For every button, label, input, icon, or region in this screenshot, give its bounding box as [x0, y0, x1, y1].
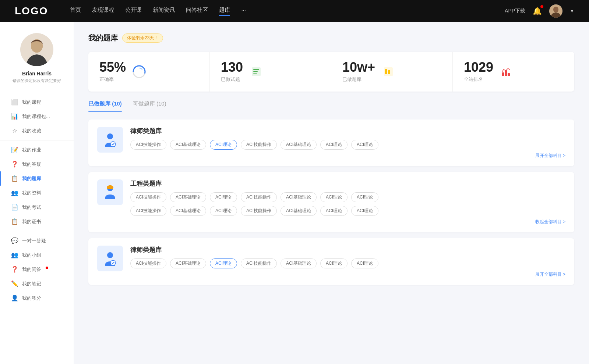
eng-tag-7[interactable]: ACI理论: [351, 192, 378, 202]
eng-tag-12[interactable]: ACI基础理论: [281, 206, 317, 216]
sidebar-item-my-qa[interactable]: ❓ 我的问答: [0, 262, 74, 276]
materials-icon: 👥: [11, 189, 18, 196]
qa-icon: ❓: [11, 161, 18, 168]
l2-tag-7[interactable]: ACI理论: [351, 258, 378, 268]
eng-tag-10[interactable]: ACI理论: [210, 206, 237, 216]
eng-tag-4[interactable]: ACI技能操作: [241, 192, 277, 202]
tab-available-banks[interactable]: 可做题库 (10): [133, 100, 166, 112]
tag-2[interactable]: ACI基础理论: [170, 140, 206, 150]
eng-tag-11[interactable]: ACI技能操作: [241, 206, 277, 216]
sidebar-item-materials-label: 我的资料: [22, 190, 41, 196]
nav-qa[interactable]: 问答社区: [186, 7, 208, 16]
sidebar-divider-2: [0, 231, 74, 231]
sidebar-item-courses-label: 我的课程: [22, 99, 41, 106]
sidebar-item-materials[interactable]: 👥 我的资料: [0, 186, 74, 200]
course-packages-icon: 📊: [11, 113, 18, 120]
svg-rect-11: [253, 71, 258, 72]
stat-banks-done: 10w+ 已做题库: [331, 52, 453, 92]
user-name: Brian Harris: [22, 71, 52, 76]
stats-row: 55% 正确率 130 已做试题: [88, 52, 574, 92]
l2-tag-4[interactable]: ACI技能操作: [241, 258, 277, 268]
sidebar-item-favorites[interactable]: ☆ 我的收藏: [0, 124, 74, 138]
user-dropdown-arrow[interactable]: ▼: [570, 8, 574, 14]
sidebar-item-points[interactable]: 👤 我的积分: [0, 291, 74, 305]
my-qa-icon: ❓: [11, 266, 18, 273]
svg-rect-17: [502, 72, 504, 76]
sidebar-item-exam[interactable]: 📄 我的考试: [0, 200, 74, 214]
page-header: 我的题库 体验剩余23天！: [88, 33, 574, 43]
exam-icon: 📄: [11, 204, 18, 211]
svg-rect-15: [388, 70, 390, 74]
app-download-button[interactable]: APP下载: [505, 8, 525, 14]
tag-1[interactable]: ACI技能操作: [130, 140, 166, 150]
sidebar-item-groups[interactable]: 👥 我的小组: [0, 248, 74, 262]
stat-correct-rate-value: 55%: [99, 61, 126, 74]
expand-link-1[interactable]: 展开全部科目 >: [130, 153, 565, 159]
sidebar-item-course-packages[interactable]: 📊 我的课程包...: [0, 109, 74, 124]
nav-news[interactable]: 新闻资讯: [153, 7, 175, 16]
eng-tag-9[interactable]: ACI基础理论: [170, 206, 206, 216]
eng-tag-8[interactable]: ACI技能操作: [130, 206, 166, 216]
tag-4[interactable]: ACI技能操作: [241, 140, 277, 150]
stat-questions-value: 130: [221, 61, 243, 74]
collapse-link-engineer[interactable]: 收起全部科目 >: [130, 219, 565, 225]
sidebar-item-groups-label: 我的小组: [22, 252, 41, 258]
nav-home[interactable]: 首页: [70, 7, 81, 16]
sidebar-item-tutoring[interactable]: 💬 一对一答疑: [0, 233, 74, 248]
tag-7[interactable]: ACI理论: [351, 140, 378, 150]
engineer-tags-row2: ACI技能操作 ACI基础理论 ACI理论 ACI技能操作 ACI基础理论 AC…: [130, 206, 565, 216]
tabs-row: 已做题库 (10) 可做题库 (10): [88, 100, 574, 112]
stat-ranking-value: 1029: [464, 61, 493, 74]
notes-icon: ✏️: [11, 280, 18, 287]
sidebar-profile: Brian Harris 错误的决定比没有决定要好: [0, 33, 74, 91]
notification-bell[interactable]: 🔔: [533, 7, 542, 15]
logo[interactable]: LOGO: [15, 5, 48, 17]
l2-tag-6[interactable]: ACI理论: [320, 258, 348, 268]
questions-icon: [249, 64, 264, 79]
stat-banks-label: 已做题库: [342, 76, 375, 83]
l2-tag-3-active[interactable]: ACI理论: [210, 258, 237, 268]
sidebar-item-notes[interactable]: ✏️ 我的笔记: [0, 276, 74, 291]
expand-link-2[interactable]: 展开全部科目 >: [130, 271, 565, 278]
stat-correct-rate-label: 正确率: [99, 76, 126, 83]
sidebar-item-courses[interactable]: ⬜ 我的课程: [0, 95, 74, 109]
sidebar: Brian Harris 错误的决定比没有决定要好 ⬜ 我的课程 📊 我的课程包…: [0, 22, 74, 364]
nav-question-bank[interactable]: 题库: [219, 7, 230, 16]
eng-tag-13[interactable]: ACI理论: [320, 206, 348, 216]
eng-tag-5[interactable]: ACI基础理论: [281, 192, 317, 202]
subject-card-lawyer-2: 律师类题库 ACI技能操作 ACI基础理论 ACI理论 ACI技能操作 ACI基…: [88, 238, 574, 285]
l2-tag-2[interactable]: ACI基础理论: [170, 258, 206, 268]
l2-tag-1[interactable]: ACI技能操作: [130, 258, 166, 268]
svg-point-20: [107, 133, 113, 139]
stat-banks-value: 10w+: [342, 61, 375, 74]
stat-questions-done: 130 已做试题: [210, 52, 331, 92]
eng-tag-3[interactable]: ACI理论: [210, 192, 237, 202]
sidebar-item-qa[interactable]: ❓ 我的答疑: [0, 157, 74, 171]
nav-discover[interactable]: 发现课程: [92, 7, 114, 16]
sidebar-item-my-qa-label: 我的问答: [22, 266, 41, 273]
sidebar-item-certificate[interactable]: 📋 我的证书: [0, 214, 74, 229]
nav-open-course[interactable]: 公开课: [125, 7, 142, 16]
eng-tag-2[interactable]: ACI基础理论: [170, 192, 206, 202]
sidebar-item-points-label: 我的积分: [22, 295, 41, 301]
tab-done-banks[interactable]: 已做题库 (10): [88, 100, 122, 112]
nav-menu: 首页 发现课程 公开课 新闻资讯 问答社区 题库 ···: [70, 7, 505, 16]
l2-tag-5[interactable]: ACI基础理论: [281, 258, 317, 268]
tag-3-active[interactable]: ACI理论: [210, 140, 237, 150]
tag-5[interactable]: ACI基础理论: [281, 140, 317, 150]
sidebar-item-homework[interactable]: 📝 我的作业: [0, 143, 74, 157]
user-avatar-nav[interactable]: [549, 4, 562, 18]
svg-point-8: [135, 68, 143, 75]
sidebar-item-question-bank[interactable]: 📋 我的题库: [0, 171, 74, 186]
ranking-icon: [499, 64, 514, 79]
nav-more[interactable]: ···: [241, 7, 246, 16]
eng-tag-1[interactable]: ACI技能操作: [130, 192, 166, 202]
sidebar-item-qa-label: 我的答疑: [22, 161, 41, 168]
svg-point-25: [107, 252, 113, 258]
subject-card-lawyer-1: 律师类题库 ACI技能操作 ACI基础理论 ACI理论 ACI技能操作 ACI基…: [88, 119, 574, 166]
tag-6[interactable]: ACI理论: [320, 140, 348, 150]
homework-icon: 📝: [11, 146, 18, 153]
svg-rect-14: [385, 69, 387, 74]
eng-tag-14[interactable]: ACI理论: [351, 206, 378, 216]
eng-tag-6[interactable]: ACI理论: [320, 192, 348, 202]
